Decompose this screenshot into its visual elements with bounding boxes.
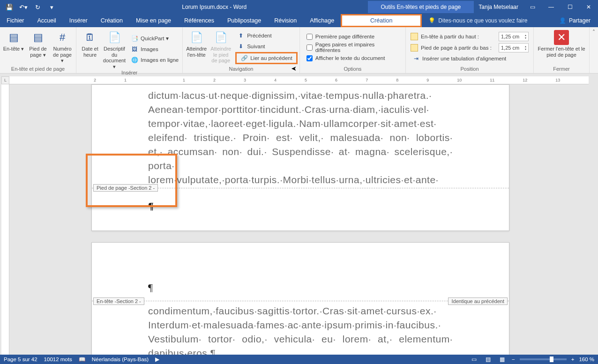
tab-home[interactable]: Accueil [31,14,63,27]
redo-icon[interactable]: ↻ [32,1,43,13]
goto-footer-icon: 📄 [213,30,228,45]
page[interactable]: ¶ En-tête -Section 2 - Identique au préc… [91,242,509,355]
header-button[interactable]: ▤En-tête ▾ [2,29,25,66]
horizontal-ruler[interactable]: 2 1 1 2 3 4 5 6 7 8 9 10 11 12 13 [9,76,589,84]
zoom-out-icon[interactable]: − [512,357,515,362]
zoom-in-icon[interactable]: + [571,357,575,362]
language-status[interactable]: Néerlandais (Pays-Bas) [92,357,149,362]
footer-from-bottom-field[interactable]: 1,25 cm▴▾ [499,43,529,52]
tab-references[interactable]: Références [178,14,221,27]
hash-icon: # [55,30,70,45]
goto-header-button[interactable]: 📄Atteindre l'en-tête [185,29,208,66]
group-close: Fermer [536,66,587,73]
contextual-tool-title: Outils En-têtes et pieds de page [368,1,474,13]
close-icon[interactable]: ✕ [579,0,598,14]
print-layout-icon[interactable]: ▤ [484,356,493,363]
page-number-button[interactable]: #Numéro de page ▾ [51,29,74,66]
document-area[interactable]: dictum·lacus·ut·neque·dignissim,·vitae·t… [9,84,589,355]
group-insert: Insérer [78,70,180,77]
footer-button[interactable]: ▤Pied de page ▾ [26,29,50,66]
goto-header-icon: 📄 [189,30,204,45]
picture-icon: 🖼 [131,45,138,53]
zoom-slider[interactable] [520,358,567,360]
previous-icon: ⬆ [237,32,245,39]
online-images-button[interactable]: 🌐Images en ligne [129,55,180,65]
link-to-previous-button[interactable]: 🔗Lier au précédent [235,52,298,64]
same-as-previous-tag: Identique au précédent [448,297,508,305]
zoom-level[interactable]: 160 % [579,357,594,362]
group-navigation: Navigation [185,66,298,73]
info-doc-icon: 📄 [107,30,122,45]
annotation-highlight [86,154,177,207]
tab-header-footer-design[interactable]: Création [341,14,422,27]
link-icon: 🔗 [240,54,248,62]
macro-icon[interactable]: ▶ [155,356,159,363]
quickparts-button[interactable]: 📑QuickPart ▾ [129,33,180,43]
header-icon: ▤ [6,30,21,45]
minimize-icon[interactable]: ― [542,0,561,14]
next-icon: ⬇ [237,43,245,50]
pilcrow-icon: ¶ [148,282,153,294]
online-picture-icon: 🌐 [131,56,138,64]
ribbon-display-icon[interactable]: ▭ [523,0,542,14]
group-header-footer: En-tête et pied de page [2,66,74,73]
web-layout-icon[interactable]: ▦ [498,356,507,363]
account-name[interactable]: Tanja Metselaar [474,4,523,10]
share-icon: 👤 [559,17,566,24]
header-from-top-label: En-tête à partir du haut : [421,34,496,39]
tab-layout[interactable]: Mise en page [129,14,178,27]
footer-from-bottom-label: Pied de page à partir du bas : [421,45,496,51]
images-button[interactable]: 🖼Images [129,44,180,54]
ruler-corner: L [1,76,9,84]
tab-insert[interactable]: Insérer [63,14,94,27]
goto-footer-button: 📄Atteindre le pied de page [209,29,232,66]
next-button[interactable]: ⬇Suivant [235,41,298,51]
qat-customize-icon[interactable]: ▾ [46,1,57,13]
document-title: Lorum Ipsum.docx - Word [61,4,368,10]
undo-icon[interactable]: ↶▾ [18,1,29,13]
body-text: condimentum,·faucibus·sagittis·tortor.·C… [92,301,509,355]
footer-bottom-icon [411,44,418,52]
header-from-top-field[interactable]: 1,25 cm▴▾ [499,32,529,41]
previous-button[interactable]: ⬆Précédent [235,30,298,40]
tab-mailings[interactable]: Publipostage [221,14,268,27]
read-mode-icon[interactable]: ▭ [470,356,479,363]
footer-icon: ▤ [30,30,45,45]
different-first-page-check[interactable]: Première page différente [305,32,401,42]
close-red-icon: ✕ [554,30,569,45]
bulb-icon: 💡 [428,17,435,24]
tab-design[interactable]: Création [94,14,129,27]
different-odd-even-check[interactable]: Pages paires et impaires différentes [305,43,401,52]
word-count[interactable]: 10012 mots [44,357,72,362]
group-position: Position [408,66,531,73]
calendar-icon: 🗓 [82,30,97,45]
quickparts-icon: 📑 [131,35,138,42]
tab-review[interactable]: Révision [268,14,303,27]
tell-me[interactable]: 💡Dites-nous ce que vous voulez faire [428,17,527,24]
show-document-text-check[interactable]: Afficher le texte du document [305,53,401,63]
share-button[interactable]: 👤Partager [552,17,598,24]
header-tag: En-tête -Section 2 - [93,297,144,305]
collapse-ribbon-icon[interactable]: ˄ [592,29,595,36]
document-info-button[interactable]: 📄Descriptif du document ▾ [103,29,126,70]
group-options: Options [302,66,404,73]
insert-alignment-tab-button[interactable]: ⇥Insérer une tabulation d'alignement [411,54,529,64]
vertical-ruler[interactable] [1,84,9,355]
tab-file[interactable]: Fichier [0,14,31,27]
proofing-icon[interactable]: 📖 [79,356,85,363]
save-icon[interactable]: 💾 [4,1,15,13]
close-header-footer-button[interactable]: ✕Fermer l'en-tête et le pied de page [536,29,587,66]
header-top-icon [411,33,418,40]
tab-icon: ⇥ [412,55,420,62]
page-status[interactable]: Page 5 sur 42 [4,357,37,362]
date-time-button[interactable]: 🗓Date et heure [78,29,102,70]
tab-view[interactable]: Affichage [303,14,341,27]
maximize-icon[interactable]: ☐ [561,0,579,14]
mouse-cursor-icon: ➤ [291,65,297,72]
